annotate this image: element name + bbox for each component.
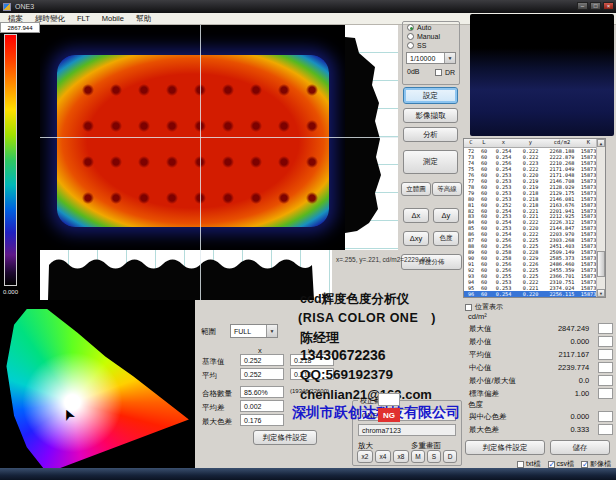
set-button[interactable]: 設定	[403, 87, 458, 104]
dr-checkbox-box[interactable]	[435, 69, 442, 76]
chroma-stats-rows: 與中心色差0.000最大色差0.333	[463, 410, 613, 436]
radio-dot-icon[interactable]	[407, 24, 414, 31]
crosshair-horizontal[interactable]	[40, 137, 398, 138]
horizontal-profile-curve	[40, 250, 332, 300]
stat-label: 中心值	[463, 363, 527, 373]
judge-condition-button-right[interactable]: 判定條件設定	[465, 440, 545, 455]
table-row[interactable]: 96600.2540.2202256.11515873	[464, 291, 605, 297]
multi-M-button[interactable]: M	[411, 450, 425, 463]
ad-line-product: ccd辉度色度分析仪	[300, 291, 409, 308]
dr-checkbox[interactable]: DR	[435, 69, 455, 76]
chroma-button[interactable]: 色度	[433, 231, 459, 246]
measure-button[interactable]: 測定	[403, 150, 458, 174]
judge-box	[598, 375, 613, 386]
judge-condition-button-left[interactable]: 判定條件設定	[253, 430, 317, 445]
stat-value: 2847.249	[527, 324, 589, 333]
judge-box	[598, 336, 613, 347]
save-button[interactable]: 儲存	[550, 440, 610, 455]
radio-dot-icon[interactable]	[407, 42, 414, 49]
camera-preview[interactable]	[470, 14, 614, 136]
zoom-buttons: x2x4x8	[357, 450, 409, 463]
position-display-checkbox[interactable]: 位置表示	[465, 302, 503, 312]
table-cell: 0.254	[490, 291, 517, 297]
multi-S-button[interactable]: S	[427, 450, 441, 463]
judge-box	[598, 388, 613, 399]
menu-item-2[interactable]: FLT	[72, 13, 95, 24]
radio-ss[interactable]: SS	[407, 42, 459, 49]
average-x-field[interactable]: 0.252	[240, 368, 284, 380]
measurement-table[interactable]: CLxycd/m2K 72600.2540.2222268.1881587373…	[463, 138, 606, 298]
zoom-x4-button[interactable]: x4	[375, 450, 391, 463]
judge-box	[598, 349, 613, 360]
menu-item-4[interactable]: 幫助	[131, 13, 156, 25]
chevron-down-icon[interactable]: ▼	[444, 53, 455, 63]
app-window: ONE3 – □ × 檔案經時變化FLTMobile幫助 2867.944 0.…	[0, 0, 616, 480]
surface3d-button[interactable]: 立體圖	[401, 182, 431, 196]
analyze-button[interactable]: 分析	[403, 127, 458, 142]
radio-dot-icon[interactable]	[407, 33, 414, 40]
title-bar[interactable]: ONE3 – □ ×	[0, 0, 616, 13]
ad-company: 深圳市跃创达科技有限公司	[292, 404, 460, 422]
stats-rows: 最大值2847.249最小值0.000平均值2117.167中心值2239.77…	[463, 322, 613, 400]
reference-label: 基準值	[202, 357, 225, 367]
table-col-header: C	[464, 139, 478, 147]
stat-value: 2239.774	[527, 363, 589, 372]
heatmap-led-dots	[67, 67, 319, 215]
contour-button[interactable]: 等高線	[432, 182, 462, 196]
table-scrollbar[interactable]: ▲ ▼	[596, 139, 605, 297]
zoom-x8-button[interactable]: x8	[393, 450, 409, 463]
minimize-button[interactable]: –	[577, 2, 588, 10]
max-diff-label: 最大色差	[202, 417, 232, 427]
table-header: CLxycd/m2K	[464, 139, 605, 148]
pass-count-field[interactable]: 85.60%	[240, 386, 284, 398]
zoom-x2-button[interactable]: x2	[357, 450, 373, 463]
exposure-mode-radios: AutoManualSS	[403, 24, 459, 49]
menu-item-3[interactable]: Mobile	[97, 13, 129, 24]
scroll-up-icon[interactable]: ▲	[597, 139, 605, 147]
calibration-field-1[interactable]: chroma7123	[358, 424, 456, 436]
stat-row: 平均值2117.167	[463, 348, 613, 361]
chevron-down-icon[interactable]: ▼	[266, 325, 277, 337]
cie-chromaticity-diagram[interactable]	[4, 305, 194, 473]
shutter-value: 1/10000	[407, 55, 444, 62]
delta-y-button[interactable]: Δy	[433, 208, 459, 223]
close-button[interactable]: ×	[603, 2, 614, 10]
position-display-checkbox-box[interactable]	[465, 304, 472, 311]
stat-row: 最大值2847.249	[463, 322, 613, 335]
ad-line-phone: 13430672236	[300, 347, 386, 363]
checkbox-icon[interactable]	[581, 461, 588, 468]
stat-label: 最小值	[463, 337, 527, 347]
radio-auto[interactable]: Auto	[407, 24, 459, 31]
shutter-select[interactable]: 1/10000 ▼	[406, 52, 456, 64]
scrollbar-thumb[interactable]	[597, 251, 605, 277]
ad-line-model: (RISA COLOR ONE )	[298, 310, 436, 327]
stat-value: 0.000	[527, 412, 589, 421]
judge-result-box	[378, 393, 400, 406]
capture-button[interactable]: 影像擷取	[403, 108, 458, 123]
checkbox-icon[interactable]	[517, 461, 524, 468]
window-title: ONE3	[15, 3, 34, 10]
stat-row: 中心值2239.774	[463, 361, 613, 374]
reference-x-field[interactable]: 0.252	[240, 354, 284, 366]
stat-row: 與中心色差0.000	[463, 410, 613, 423]
table-col-header: y	[517, 139, 544, 147]
colorbar-max-label: 2867.944	[0, 22, 40, 33]
stat-row: 最小值0.000	[463, 335, 613, 348]
range-select[interactable]: FULL ▼	[230, 324, 278, 338]
capture-settings-group: AutoManualSS 1/10000 ▼ 0dB DR	[402, 21, 460, 85]
colorbar	[4, 34, 17, 286]
max-diff-field[interactable]: 0.176	[240, 414, 284, 426]
avg-diff-field[interactable]: 0.002	[240, 400, 284, 412]
delta-xy-button[interactable]: Δxy	[403, 231, 429, 246]
radio-manual[interactable]: Manual	[407, 33, 459, 40]
delta-x-button[interactable]: Δx	[403, 208, 429, 223]
scroll-down-icon[interactable]: ▼	[597, 289, 605, 297]
multi-D-button[interactable]: D	[443, 450, 457, 463]
crosshair-vertical[interactable]	[200, 25, 201, 300]
table-col-header: cd/m2	[544, 139, 580, 147]
table-body[interactable]: 72600.2540.2222268.1881587373600.2540.22…	[464, 148, 605, 297]
maximize-button[interactable]: □	[590, 2, 601, 10]
radio-label: SS	[417, 42, 426, 49]
judge-box	[598, 362, 613, 373]
checkbox-icon[interactable]	[548, 461, 555, 468]
